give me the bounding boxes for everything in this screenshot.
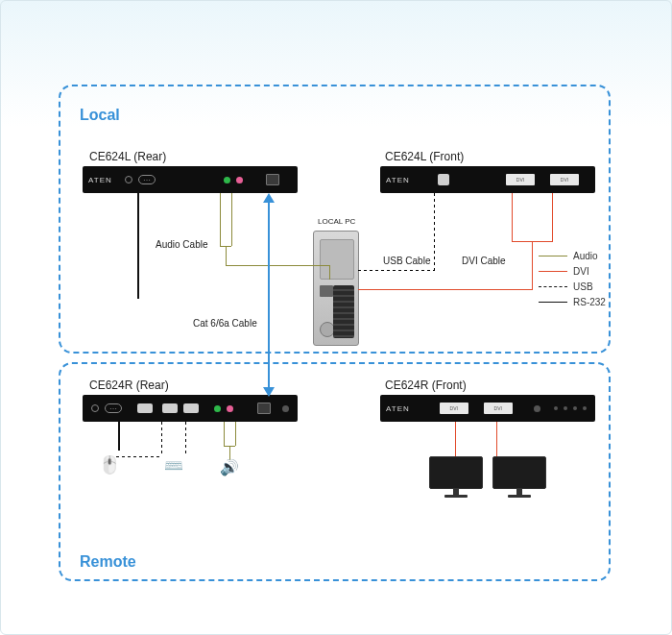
port-dc bbox=[125, 176, 132, 183]
mouse-icon: 🖱️ bbox=[99, 454, 120, 476]
cable-rs232 bbox=[137, 193, 139, 299]
label-remote-rear: CE624R (Rear) bbox=[89, 379, 169, 392]
cable-dvi bbox=[496, 422, 497, 456]
cable-usb bbox=[161, 422, 162, 456]
device-remote-front: ATEN DVI DVI bbox=[380, 395, 595, 422]
port-audio-out-icon bbox=[224, 177, 230, 183]
port-serial-icon bbox=[138, 175, 156, 184]
legend-swatch-dvi bbox=[539, 271, 567, 272]
cable-dvi bbox=[552, 193, 553, 241]
label-remote-front: CE624R (Front) bbox=[385, 379, 467, 392]
legend-label: Audio bbox=[573, 251, 598, 261]
label-cat-cable: Cat 6/6a Cable bbox=[193, 318, 257, 329]
port-usb-icon bbox=[162, 403, 178, 413]
cable-dvi bbox=[532, 241, 533, 289]
brand-text: ATEN bbox=[386, 404, 410, 413]
brand-text: ATEN bbox=[88, 176, 112, 184]
port-audio-in-icon bbox=[227, 405, 233, 412]
port-dvi-icon: DVI bbox=[506, 174, 535, 185]
monitor-icon bbox=[427, 456, 485, 500]
port-dvi-icon: DVI bbox=[484, 403, 513, 414]
legend-swatch-usb bbox=[539, 286, 567, 287]
led-icon bbox=[564, 406, 567, 410]
port-usb-icon bbox=[183, 403, 199, 413]
cable-audio bbox=[224, 422, 225, 446]
cable-dvi bbox=[455, 422, 456, 456]
legend-label: DVI bbox=[573, 266, 589, 277]
zone-local-label: Local bbox=[80, 107, 120, 124]
label-local-pc: LOCAL PC bbox=[318, 217, 355, 226]
cable-audio bbox=[226, 265, 329, 266]
port-dvi-icon: DVI bbox=[440, 403, 468, 414]
port-usb-b-icon bbox=[438, 174, 449, 185]
label-audio-cable: Audio Cable bbox=[156, 239, 207, 250]
cable-dvi bbox=[358, 289, 533, 290]
port-button-icon bbox=[534, 405, 540, 412]
port-serial-icon bbox=[105, 403, 122, 413]
port-rj45-icon bbox=[257, 403, 271, 414]
port-dvi-icon: DVI bbox=[550, 174, 579, 185]
cable-audio bbox=[220, 193, 221, 246]
legend-label: RS-232 bbox=[573, 297, 606, 307]
port-dc bbox=[91, 404, 99, 412]
keyboard-icon: ⌨️ bbox=[164, 456, 183, 475]
label-local-rear: CE624L (Rear) bbox=[89, 150, 166, 163]
port-button-icon bbox=[282, 405, 289, 412]
cable-audio bbox=[226, 246, 227, 265]
cable-dvi bbox=[512, 241, 532, 242]
cable-usb bbox=[358, 270, 435, 271]
cable-dvi bbox=[512, 193, 513, 241]
label-usb-cable: USB Cable bbox=[383, 256, 430, 266]
led-icon bbox=[583, 406, 587, 410]
legend-label: USB bbox=[573, 281, 593, 292]
legend-swatch-audio bbox=[539, 256, 567, 256]
arrow-down-icon bbox=[263, 387, 275, 397]
cable-audio bbox=[231, 193, 232, 246]
cable-usb bbox=[434, 193, 435, 270]
cable-rs232 bbox=[118, 422, 120, 451]
cable-audio bbox=[329, 265, 330, 280]
port-audio-in-icon bbox=[236, 177, 243, 183]
legend-row-rs232: RS-232 bbox=[539, 297, 606, 307]
legend: Audio DVI USB RS-232 bbox=[539, 251, 606, 312]
legend-row-dvi: DVI bbox=[539, 266, 606, 277]
cable-dvi bbox=[532, 241, 553, 242]
port-rj45-icon bbox=[266, 174, 279, 185]
device-local-front: ATEN DVI DVI bbox=[380, 166, 595, 193]
device-local-rear: ATEN bbox=[83, 166, 298, 193]
device-remote-rear bbox=[83, 395, 298, 422]
cable-cat bbox=[268, 201, 270, 395]
legend-swatch-rs232 bbox=[539, 302, 567, 303]
led-icon bbox=[573, 406, 577, 410]
zone-remote-label: Remote bbox=[80, 553, 136, 571]
port-audio-out-icon bbox=[214, 405, 221, 412]
cable-usb bbox=[185, 422, 186, 456]
label-dvi-cable: DVI Cable bbox=[462, 256, 506, 266]
port-usb-icon bbox=[137, 403, 153, 413]
local-pc-icon bbox=[313, 231, 359, 346]
label-local-front: CE624L (Front) bbox=[385, 150, 464, 163]
speakers-icon: 🔊 bbox=[220, 458, 239, 476]
legend-row-audio: Audio bbox=[539, 251, 606, 261]
legend-row-usb: USB bbox=[539, 281, 606, 292]
led-icon bbox=[554, 406, 558, 410]
monitor-icon bbox=[491, 456, 548, 500]
brand-text: ATEN bbox=[386, 176, 410, 184]
cable-audio bbox=[235, 422, 236, 446]
